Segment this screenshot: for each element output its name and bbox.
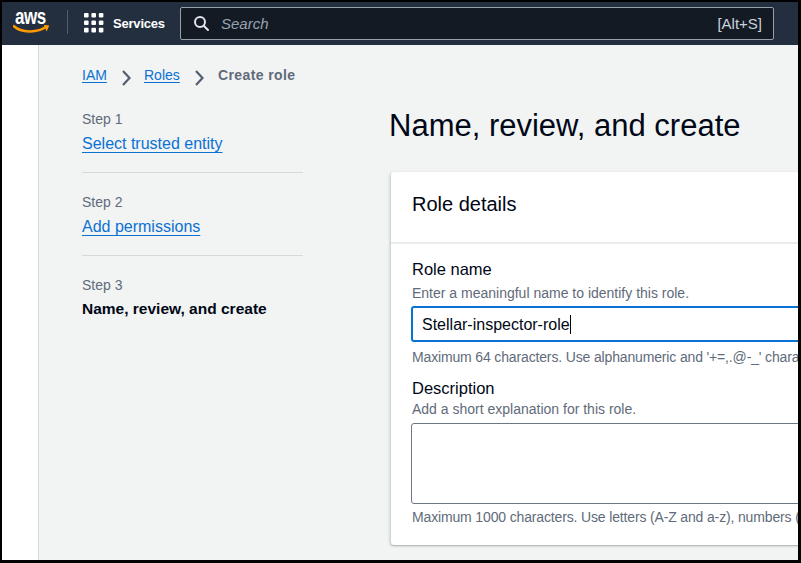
svg-text:aws: aws (15, 9, 46, 29)
